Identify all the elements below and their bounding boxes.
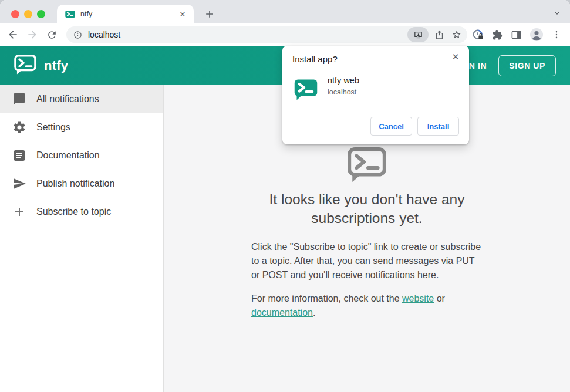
- gear-icon: [12, 120, 26, 134]
- ntfy-logo-icon: [14, 55, 36, 77]
- window-controls: [11, 10, 45, 18]
- profile-avatar[interactable]: [529, 28, 544, 42]
- zoom-window-button[interactable]: [37, 10, 45, 18]
- install-app-dialog: Install app? ✕ ntfy web localhost Cancel…: [282, 46, 469, 144]
- tab-title: ntfy: [80, 10, 177, 18]
- close-window-button[interactable]: [11, 10, 19, 18]
- minimize-window-button[interactable]: [24, 10, 32, 18]
- browser-menu-kebab-icon[interactable]: [551, 29, 562, 40]
- sign-up-button[interactable]: SIGN UP: [498, 55, 556, 76]
- install-button[interactable]: Install: [417, 117, 459, 136]
- bookmark-star-icon[interactable]: [450, 28, 464, 42]
- sidebar-item-label: All notifications: [36, 94, 99, 104]
- forward-button: [24, 26, 41, 43]
- back-button[interactable]: [5, 26, 21, 43]
- install-app-name: ntfy web: [328, 76, 359, 85]
- install-app-origin: localhost: [328, 88, 356, 96]
- plus-icon: [12, 205, 26, 219]
- browser-tab-ntfy[interactable]: ntfy ✕: [57, 5, 194, 23]
- cancel-button[interactable]: Cancel: [370, 117, 412, 136]
- reload-button[interactable]: [43, 26, 60, 43]
- sidebar-item-publish-notification[interactable]: Publish notification: [0, 170, 163, 198]
- tab-close-icon[interactable]: ✕: [177, 9, 188, 19]
- password-manager-extension-icon[interactable]: [472, 29, 484, 41]
- more-info-suffix: .: [313, 307, 315, 317]
- extensions-puzzle-icon[interactable]: [492, 29, 503, 40]
- ntfy-empty-state-logo-icon: [348, 147, 386, 185]
- share-icon[interactable]: [432, 28, 446, 42]
- browser-window: ntfy ✕ localhost: [0, 0, 570, 392]
- brand-name: ntfy: [44, 58, 68, 73]
- install-dialog-title: Install app?: [292, 54, 338, 64]
- address-bar[interactable]: localhost: [66, 26, 467, 43]
- tab-search-chevron-icon[interactable]: [552, 8, 562, 20]
- new-tab-button[interactable]: [202, 6, 217, 22]
- sidebar-item-all-notifications[interactable]: All notifications: [0, 85, 163, 113]
- sidebar-item-label: Documentation: [36, 150, 100, 161]
- brand: ntfy: [14, 55, 68, 77]
- chat-bubble-icon: [12, 92, 26, 106]
- dialog-close-icon[interactable]: ✕: [449, 50, 462, 63]
- browser-toolbar: localhost: [0, 23, 570, 46]
- empty-state-more-info: For more information, check out the webs…: [251, 292, 483, 320]
- more-info-prefix: For more information, check out the: [251, 293, 402, 303]
- article-icon: [12, 148, 26, 163]
- url-text: localhost: [88, 30, 407, 39]
- side-panel-icon[interactable]: [511, 29, 522, 40]
- send-icon: [12, 177, 26, 191]
- sidebar-item-label: Settings: [36, 122, 70, 133]
- ntfy-app-icon: [294, 79, 318, 102]
- install-app-toolbar-button[interactable]: [407, 27, 429, 42]
- extensions-area: [472, 28, 564, 42]
- sidebar-item-documentation[interactable]: Documentation: [0, 141, 163, 170]
- sidebar-item-subscribe-to-topic[interactable]: Subscribe to topic: [0, 198, 163, 226]
- site-info-icon[interactable]: [73, 31, 82, 39]
- tab-strip: ntfy ✕: [0, 0, 570, 23]
- ntfy-favicon-icon: [65, 10, 75, 18]
- sidebar-item-settings[interactable]: Settings: [0, 113, 163, 141]
- sidebar: All notifications Settings Documentation…: [0, 85, 164, 392]
- sidebar-item-label: Publish notification: [36, 178, 114, 189]
- sidebar-item-label: Subscribe to topic: [36, 207, 111, 217]
- more-info-middle: or: [434, 293, 445, 303]
- documentation-link[interactable]: documentation: [251, 307, 313, 317]
- empty-state-title: It looks like you don't have any subscri…: [255, 190, 478, 228]
- website-link[interactable]: website: [402, 293, 434, 303]
- empty-state-paragraph: Click the "Subscribe to topic" link to c…: [251, 240, 483, 282]
